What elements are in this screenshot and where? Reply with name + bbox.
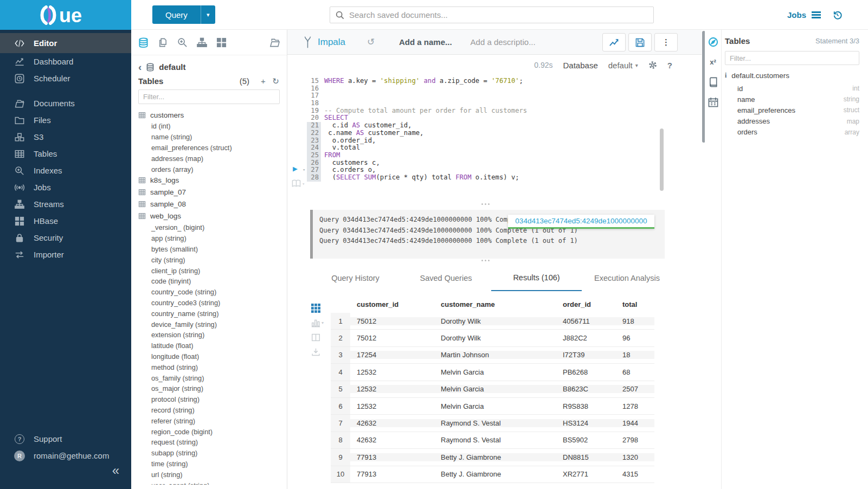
sidebar-item-security[interactable]: Security bbox=[0, 229, 131, 246]
sidebar-item-scheduler[interactable]: Scheduler bbox=[0, 70, 131, 87]
tree-column[interactable]: city (string) bbox=[131, 254, 287, 265]
row-number[interactable]: 4 bbox=[331, 364, 350, 380]
database-icon[interactable] bbox=[138, 37, 149, 48]
results-cell[interactable]: 2798 bbox=[616, 436, 654, 444]
results-cell[interactable]: 12532 bbox=[350, 368, 434, 376]
superscript-icon[interactable]: x² bbox=[708, 57, 718, 67]
table-row[interactable]: 612532Melvin GarciaR9S8381278 bbox=[331, 398, 654, 415]
database-selector-value[interactable]: default bbox=[608, 61, 633, 70]
code-line[interactable]: SELECT bbox=[324, 114, 658, 122]
row-number[interactable]: 5 bbox=[331, 381, 350, 397]
sidebar-item-user[interactable]: Rromain@gethue.com bbox=[0, 447, 131, 464]
active-table-row[interactable]: i default.customers bbox=[725, 72, 859, 80]
folder-open-icon[interactable] bbox=[269, 37, 280, 48]
tree-column[interactable]: region_code (bigint) bbox=[131, 426, 287, 437]
results-column-header[interactable]: order_id bbox=[556, 300, 616, 308]
table-row[interactable]: 1077913Betty J. GiambroneXR27714315 bbox=[331, 466, 654, 483]
results-cell[interactable]: Martin Johnson bbox=[434, 351, 556, 359]
code-line[interactable]: v.total bbox=[324, 144, 658, 152]
tree-column[interactable]: referer (string) bbox=[131, 415, 287, 426]
query-button-caret-icon[interactable]: ▾ bbox=[201, 5, 215, 24]
right-column-row[interactable]: idint bbox=[725, 83, 859, 94]
code-line[interactable] bbox=[324, 92, 658, 100]
table-row[interactable]: 742632Raymond S. VestalHS31241944 bbox=[331, 415, 654, 432]
info-icon[interactable]: i bbox=[725, 72, 726, 80]
settings-gear-icon[interactable] bbox=[648, 61, 657, 69]
add-table-icon[interactable]: + bbox=[259, 77, 267, 85]
right-filter[interactable] bbox=[725, 51, 859, 65]
grid3-icon[interactable] bbox=[311, 304, 320, 313]
chart-button[interactable] bbox=[602, 33, 626, 52]
results-column-header[interactable]: customer_name bbox=[434, 300, 556, 308]
compass-icon[interactable] bbox=[708, 37, 718, 47]
code-line[interactable]: -- Compute total amount per order for al… bbox=[324, 107, 658, 115]
row-number[interactable]: 2 bbox=[331, 330, 350, 346]
results-cell[interactable]: B8623C bbox=[556, 385, 616, 393]
results-cell[interactable]: 96 bbox=[616, 334, 654, 342]
tab-query-history[interactable]: Query History bbox=[310, 265, 401, 291]
tree-column[interactable]: subapp (string) bbox=[131, 448, 287, 459]
results-cell[interactable]: Raymond S. Vestal bbox=[434, 436, 556, 444]
results-cell[interactable]: 77913 bbox=[350, 453, 434, 461]
grid-icon[interactable] bbox=[216, 37, 227, 48]
results-cell[interactable]: 918 bbox=[616, 317, 654, 325]
table-row[interactable]: 512532Melvin GarciaB8623C2507 bbox=[331, 381, 654, 398]
query-id-tooltip[interactable]: 034d413ec7474ed5:4249de1000000000 bbox=[508, 215, 654, 229]
code-line[interactable]: c.id AS customer_id, bbox=[324, 122, 658, 130]
results-cell[interactable]: 75012 bbox=[350, 334, 434, 342]
code-line[interactable]: (SELECT SUM(price * qty) total FROM o.it… bbox=[324, 174, 658, 182]
results-cell[interactable]: 1278 bbox=[616, 402, 654, 410]
tree-column[interactable]: url (string) bbox=[131, 469, 287, 480]
results-cell[interactable]: 1320 bbox=[616, 453, 654, 461]
active-table-name[interactable]: default.customers bbox=[731, 72, 789, 80]
results-cell[interactable]: 42632 bbox=[350, 436, 434, 444]
results-cell[interactable]: 42632 bbox=[350, 419, 434, 427]
results-cell[interactable]: Raymond S. Vestal bbox=[434, 419, 556, 427]
results-cell[interactable]: 77913 bbox=[350, 470, 434, 478]
right-filter-input[interactable] bbox=[730, 54, 854, 62]
resize-handle-bottom[interactable] bbox=[481, 260, 490, 261]
tree-column[interactable]: os_family (string) bbox=[131, 372, 287, 383]
tree-column[interactable]: request (string) bbox=[131, 437, 287, 448]
query-button[interactable]: Query ▾ bbox=[152, 5, 215, 24]
editor-code-lines[interactable]: WHERE a.key = 'shipping' and a.zip_code … bbox=[324, 78, 658, 182]
row-number[interactable]: 10 bbox=[331, 466, 350, 482]
code-line[interactable]: WHERE a.key = 'shipping' and a.zip_code … bbox=[324, 78, 658, 85]
table-row[interactable]: 977913Betty J. GiambroneDN88151320 bbox=[331, 449, 654, 466]
tree-column[interactable]: method (string) bbox=[131, 362, 287, 372]
sidebar-item-importer[interactable]: Importer bbox=[0, 246, 131, 263]
results-cell[interactable]: Melvin Garcia bbox=[434, 368, 556, 376]
search-input[interactable] bbox=[349, 10, 648, 20]
tree-column[interactable]: id (int) bbox=[131, 121, 287, 132]
results-cell[interactable]: DN8815 bbox=[556, 453, 616, 461]
results-cell[interactable]: XR2771 bbox=[556, 470, 616, 478]
refresh-icon[interactable]: ↻ bbox=[272, 77, 280, 85]
results-cell[interactable]: 4056711 bbox=[556, 317, 616, 325]
jobs-link[interactable]: Jobs bbox=[787, 10, 821, 20]
tree-column[interactable]: client_ip (string) bbox=[131, 265, 287, 276]
tab-results-106-[interactable]: Results (106) bbox=[491, 265, 582, 291]
tree-column[interactable]: time (string) bbox=[131, 459, 287, 469]
sitemap-icon[interactable] bbox=[197, 37, 207, 48]
tree-column[interactable]: _version_ (bigint) bbox=[131, 222, 287, 233]
table-row[interactable]: 175012Dorothy Wilk4056711918 bbox=[331, 313, 654, 330]
results-cell[interactable]: 12532 bbox=[350, 402, 434, 410]
row-number[interactable]: 3 bbox=[331, 347, 350, 363]
tree-table-sample_07[interactable]: sample_07 bbox=[131, 186, 287, 198]
calendar-icon[interactable] bbox=[708, 97, 718, 107]
results-cell[interactable]: PB6268 bbox=[556, 368, 616, 376]
sidebar-item-s3[interactable]: S3 bbox=[0, 128, 131, 145]
results-cell[interactable]: 17254 bbox=[350, 351, 434, 359]
tree-table-web_logs[interactable]: web_logs bbox=[131, 210, 287, 222]
results-column-header[interactable]: total bbox=[616, 300, 654, 308]
sidebar-item-streams[interactable]: Streams bbox=[0, 196, 131, 213]
code-line[interactable] bbox=[324, 100, 658, 107]
global-search[interactable] bbox=[330, 7, 654, 23]
code-editor[interactable]: 1516171819202122232425262728 WHERE a.key… bbox=[287, 75, 702, 204]
tree-column[interactable]: addresses (map) bbox=[131, 153, 287, 164]
table-filter-input[interactable] bbox=[143, 93, 275, 101]
results-cell[interactable]: Betty J. Giambrone bbox=[434, 453, 556, 461]
results-cell[interactable]: HS3124 bbox=[556, 419, 616, 427]
tree-column[interactable]: country_code (string) bbox=[131, 287, 287, 298]
results-cell[interactable]: 1944 bbox=[616, 419, 654, 427]
